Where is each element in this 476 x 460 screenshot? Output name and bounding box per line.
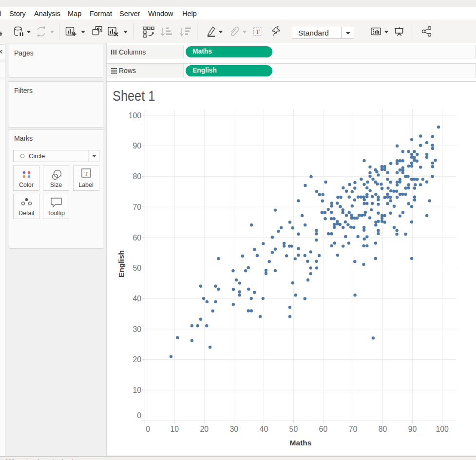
svg-text:30: 30: [230, 425, 239, 433]
svg-text:40: 40: [260, 425, 268, 433]
svg-text:60: 60: [319, 425, 328, 433]
svg-text:70: 70: [133, 203, 141, 211]
svg-text:0: 0: [146, 425, 150, 433]
svg-text:90: 90: [133, 142, 141, 150]
svg-text:80: 80: [379, 425, 387, 433]
svg-text:20: 20: [133, 355, 141, 364]
svg-text:T: T: [256, 28, 260, 35]
svg-text:10: 10: [133, 386, 141, 394]
svg-text:20: 20: [200, 425, 209, 433]
svg-text:40: 40: [133, 294, 141, 303]
svg-text:10: 10: [170, 425, 179, 433]
svg-text:100: 100: [129, 111, 142, 120]
svg-text:0: 0: [137, 411, 141, 420]
svg-text:50: 50: [289, 425, 298, 433]
svg-text:60: 60: [133, 234, 141, 242]
svg-text:100: 100: [436, 425, 449, 433]
svg-text:T: T: [84, 170, 88, 177]
svg-text:80: 80: [133, 172, 141, 181]
svg-text:50: 50: [133, 264, 141, 272]
svg-text:30: 30: [133, 325, 141, 333]
svg-text:70: 70: [349, 425, 358, 433]
svg-text:English: English: [117, 250, 125, 277]
svg-text:90: 90: [408, 425, 417, 433]
svg-text:Maths: Maths: [290, 439, 312, 447]
